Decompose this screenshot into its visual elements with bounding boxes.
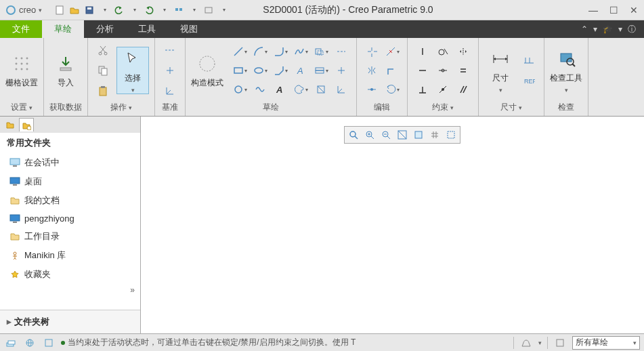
- coord-icon[interactable]: [160, 82, 179, 100]
- undo-icon[interactable]: [112, 3, 126, 17]
- canvas[interactable]: [141, 117, 644, 333]
- midpoint-icon[interactable]: [433, 62, 452, 79]
- text-tool-icon[interactable]: A: [291, 62, 310, 79]
- status-layers-icon[interactable]: [4, 337, 18, 349]
- minimize-button[interactable]: —: [583, 1, 603, 20]
- filter-combo[interactable]: 所有草绘 ▾: [572, 336, 640, 350]
- side-item-session[interactable]: 在会话中: [0, 153, 140, 172]
- tab-sketch[interactable]: 草绘: [42, 20, 84, 38]
- find-icon[interactable]: [519, 337, 533, 349]
- equal-icon[interactable]: [454, 62, 473, 79]
- side-item-desktop[interactable]: 桌面: [0, 172, 140, 191]
- window-icon[interactable]: [202, 3, 215, 17]
- side-more-icon[interactable]: »: [0, 284, 140, 296]
- corner-icon[interactable]: [383, 62, 402, 79]
- side-item-workdir[interactable]: 工作目录: [0, 227, 140, 246]
- maximize-button[interactable]: ☐: [603, 1, 624, 20]
- window-dd-icon[interactable]: [217, 3, 230, 17]
- delete-seg-icon[interactable]: [383, 43, 402, 60]
- close-button[interactable]: ✕: [624, 1, 644, 20]
- coord2-icon[interactable]: [332, 81, 351, 98]
- side-item-mydocs[interactable]: 我的文档: [0, 191, 140, 210]
- construct-mode-button[interactable]: 构造模式: [191, 47, 223, 94]
- folder-tree-expander[interactable]: 文件夹树: [0, 310, 140, 333]
- tab-tools[interactable]: 工具: [126, 20, 168, 38]
- tab-analysis[interactable]: 分析: [84, 20, 126, 38]
- zoom-in-icon[interactable]: [362, 128, 377, 142]
- grid-toggle-icon[interactable]: [427, 128, 442, 142]
- parallel-icon[interactable]: [454, 81, 473, 98]
- learn-icon[interactable]: 🎓: [603, 24, 613, 34]
- chamfer-tool-icon[interactable]: [271, 62, 290, 79]
- info-icon[interactable]: ⓘ: [628, 24, 636, 35]
- collapse-ribbon-icon[interactable]: ⌃: [581, 24, 588, 34]
- new-icon[interactable]: [53, 3, 66, 17]
- vertical-icon[interactable]: [413, 43, 432, 60]
- zoom-fit-icon[interactable]: [346, 128, 361, 142]
- selection-filter-icon[interactable]: [553, 337, 567, 349]
- import-button[interactable]: 导入: [49, 47, 82, 94]
- tab-view[interactable]: 视图: [168, 20, 210, 38]
- text2-icon[interactable]: A: [271, 81, 290, 98]
- centerline-icon[interactable]: [160, 41, 179, 59]
- thicken-tool-icon[interactable]: [312, 62, 330, 79]
- ribbon-group-operate-label[interactable]: 操作: [110, 100, 132, 115]
- arc-tool-icon[interactable]: [251, 43, 270, 60]
- tab-file[interactable]: 文件: [0, 20, 42, 38]
- rect-tool-icon[interactable]: [230, 62, 249, 79]
- status-web-icon[interactable]: [23, 337, 37, 349]
- save-dd-icon[interactable]: [98, 3, 111, 17]
- learn-dd-icon[interactable]: ▾: [618, 24, 622, 34]
- symmetric-icon[interactable]: [454, 43, 473, 60]
- select-button[interactable]: 选择 ▾: [116, 47, 149, 94]
- repaint-icon[interactable]: [395, 128, 410, 142]
- copy-icon[interactable]: [93, 62, 112, 79]
- horizontal-icon[interactable]: [413, 62, 432, 79]
- regen-icon[interactable]: [172, 3, 186, 17]
- side-tab-tree-icon[interactable]: [3, 118, 18, 131]
- shading-icon[interactable]: [411, 128, 426, 142]
- tangent-icon[interactable]: [433, 43, 452, 60]
- ribbon-group-constraint-label[interactable]: 约束: [432, 100, 454, 115]
- side-tab-folder-icon[interactable]: [19, 118, 34, 131]
- rotate-resize-icon[interactable]: [383, 81, 402, 98]
- spline2-icon[interactable]: [251, 81, 270, 98]
- circle-tool-icon[interactable]: [230, 81, 249, 98]
- regen-dd-icon[interactable]: [187, 3, 200, 17]
- ref-icon[interactable]: [444, 128, 458, 142]
- mirror-icon[interactable]: [362, 62, 381, 79]
- redo-dd-icon[interactable]: [157, 3, 171, 17]
- coincident-icon[interactable]: [433, 81, 452, 98]
- undo-dd-icon[interactable]: [127, 3, 141, 17]
- save-icon[interactable]: [83, 3, 96, 17]
- ribbon-group-dim-label[interactable]: 尺寸: [500, 100, 522, 115]
- line-tool-icon[interactable]: [230, 43, 249, 60]
- dimension-button[interactable]: 尺寸 ▾: [484, 47, 517, 94]
- ribbon-group-grid-label[interactable]: 设置: [11, 100, 33, 115]
- point-icon[interactable]: [160, 62, 179, 79]
- centerline2-icon[interactable]: [332, 43, 351, 60]
- spline-tool-icon[interactable]: [291, 43, 310, 60]
- ref-dim-icon[interactable]: REF: [519, 72, 538, 89]
- offset-tool-icon[interactable]: [312, 43, 330, 60]
- side-item-manikin[interactable]: Manikin 库: [0, 246, 140, 265]
- perpendicular-icon[interactable]: [413, 81, 432, 98]
- side-item-favorites[interactable]: 收藏夹: [0, 265, 140, 284]
- ellipse-tool-icon[interactable]: [251, 62, 270, 79]
- cut-icon[interactable]: [93, 41, 112, 59]
- paste-icon[interactable]: [93, 82, 112, 100]
- divide-icon[interactable]: [362, 81, 381, 98]
- inspect-button[interactable]: 检查工具 ▾: [550, 47, 582, 94]
- palette-icon[interactable]: [291, 81, 310, 98]
- fillet-tool-icon[interactable]: [271, 43, 290, 60]
- open-icon[interactable]: [68, 3, 81, 17]
- status-select-icon[interactable]: [42, 337, 56, 349]
- find-dd-icon[interactable]: ▾: [538, 339, 542, 346]
- trim-icon[interactable]: [362, 43, 381, 60]
- help-dd-icon[interactable]: ▾: [593, 24, 597, 34]
- zoom-out-icon[interactable]: [379, 128, 393, 142]
- grid-settings-button[interactable]: 栅格设置: [5, 47, 38, 94]
- redo-icon[interactable]: [142, 3, 156, 17]
- project-tool-icon[interactable]: [312, 81, 330, 98]
- side-item-computer[interactable]: pengzhiyong: [0, 210, 140, 227]
